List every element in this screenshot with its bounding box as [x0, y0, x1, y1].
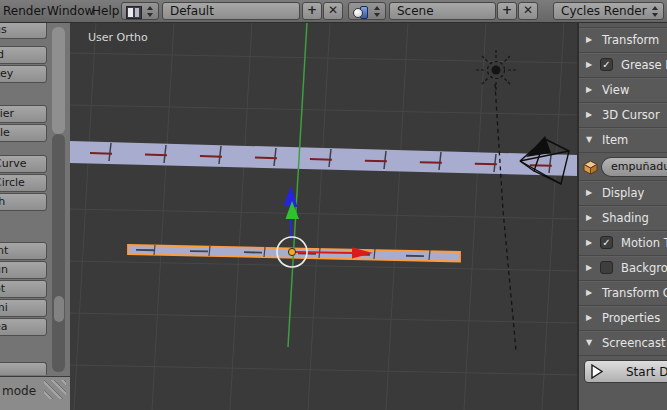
tool-button-bezier[interactable]: zier	[0, 105, 47, 123]
manipulator-x-axis[interactable]	[296, 252, 353, 253]
floor-grid	[70, 22, 578, 410]
object-name-field[interactable]: empuñadur	[601, 157, 667, 177]
menu-render[interactable]: Render	[3, 4, 46, 18]
add-layout-button[interactable]: +	[302, 2, 322, 20]
close-layout-button[interactable]: ✕	[323, 2, 343, 20]
panel-section-label: Transform	[602, 33, 659, 47]
shelf-scrollbar-thumb[interactable]	[54, 296, 64, 322]
panel-section-label: Motion Tra	[621, 236, 667, 250]
screen-layout-selector[interactable]	[121, 2, 159, 20]
scene-icon	[353, 6, 369, 18]
tool-button-spot-lamp[interactable]: ot	[0, 280, 47, 298]
properties-region: ▶ Transform ▶ ✓ Grease Pe ▶ View ▶ 3D Cu…	[577, 22, 667, 410]
tool-button-point-lamp[interactable]: int	[0, 242, 47, 260]
view-name-label: User Ortho	[88, 31, 148, 44]
shelf-scrollbar-track-top[interactable]	[52, 27, 65, 134]
blender-window: Render Window Help Default + ✕ Scene + ✕…	[0, 0, 667, 410]
disclosure-triangle-icon: ▼	[586, 338, 592, 347]
viewport-canvas[interactable]: User Ortho	[70, 22, 578, 410]
menu-help[interactable]: Help	[92, 4, 119, 18]
disclosure-triangle-icon: ▶	[586, 35, 592, 44]
panel-section-label: 3D Cursor	[602, 108, 660, 122]
panel-section-label: Transform Ori	[602, 286, 667, 300]
disclosure-triangle-icon: ▶	[586, 110, 592, 119]
tool-button-partial[interactable]	[0, 362, 47, 375]
disclosure-triangle-icon: ▶	[586, 238, 592, 247]
disclosure-triangle-icon: ▶	[586, 263, 592, 272]
shelf-scrollbar-track[interactable]	[52, 134, 65, 372]
panel-section-properties[interactable]: ▶ Properties	[579, 305, 667, 331]
panel-section-background-images[interactable]: ▶ Backgroun	[579, 255, 667, 281]
panel-section-transform-orientations[interactable]: ▶ Transform Ori	[579, 280, 667, 306]
checkbox[interactable]: ✓	[600, 58, 613, 71]
scene-name-field[interactable]: Scene	[389, 2, 496, 20]
tool-button-grid[interactable]: id	[0, 46, 47, 64]
panel-section-label: Item	[602, 133, 628, 147]
panel-section-view[interactable]: ▶ View	[579, 77, 667, 103]
object-origin-dot	[288, 248, 295, 255]
item-name-row: empuñadur	[579, 152, 667, 181]
top-header: Render Window Help Default + ✕ Scene + ✕…	[0, 0, 667, 23]
panel-section-label: Screencast Ke	[602, 336, 667, 350]
render-engine-dropdown[interactable]: Cycles Render	[553, 2, 664, 20]
tool-button-hemi-lamp[interactable]: mi	[0, 299, 47, 317]
panel-section-label: Display	[602, 186, 644, 200]
start-display-button[interactable]: Start D	[584, 360, 667, 383]
panel-section-label: View	[602, 83, 629, 97]
panel-section-grease-pencil[interactable]: ▶ ✓ Grease Pe	[579, 52, 667, 78]
panel-section-label: Shading	[602, 211, 649, 225]
viewport-scene	[70, 22, 578, 410]
viewport-header-strip: mode	[0, 376, 70, 410]
close-icon: ✕	[328, 3, 338, 17]
close-icon: ✕	[523, 3, 533, 17]
panel-section-label: Backgroun	[621, 261, 667, 275]
grid-green-axis	[288, 22, 307, 347]
tool-button-path[interactable]: th	[0, 193, 47, 211]
menu-window[interactable]: Window	[47, 4, 94, 18]
resize-grip-icon[interactable]	[44, 380, 66, 399]
disclosure-triangle-icon: ▶	[586, 188, 592, 197]
play-icon	[588, 363, 605, 380]
mode-dropdown[interactable]: mode	[2, 384, 36, 398]
disclosure-triangle-icon: ▼	[586, 135, 592, 144]
panel-section-label: Properties	[602, 311, 660, 325]
tool-button-nurbs-curve[interactable]: Curve	[0, 155, 47, 173]
mesh-cube-icon	[583, 160, 598, 175]
disclosure-triangle-icon: ▶	[586, 85, 592, 94]
panel-section-3d-cursor[interactable]: ▶ 3D Cursor	[579, 102, 667, 128]
panel-section-item[interactable]: ▼ Item	[579, 127, 667, 153]
updown-arrows-icon	[147, 6, 154, 17]
disclosure-triangle-icon: ▶	[586, 60, 592, 69]
panel-section-motion-tracking[interactable]: ▶ ✓ Motion Tra	[579, 230, 667, 256]
disclosure-triangle-icon: ▶	[586, 313, 592, 322]
disclosure-triangle-icon: ▶	[586, 213, 592, 222]
updown-arrows-icon	[374, 6, 381, 17]
tool-button-nurbs-circle[interactable]: Circle	[0, 174, 47, 192]
tool-button-monkey[interactable]: key	[0, 65, 47, 83]
screen-layout-icon	[126, 6, 142, 19]
tool-shelf: us id key zier cle Curve Circle th int u…	[0, 22, 70, 376]
checkbox[interactable]: ✓	[600, 236, 613, 249]
tool-button-area-lamp[interactable]: ea	[0, 318, 47, 336]
tool-button-torus[interactable]: us	[0, 23, 47, 39]
plus-icon: +	[307, 3, 317, 17]
plus-icon: +	[502, 3, 512, 17]
panel-section-shading[interactable]: ▶ Shading	[579, 205, 667, 231]
tool-button-sun-lamp[interactable]: un	[0, 261, 47, 279]
checkbox[interactable]	[600, 261, 613, 274]
screen-layout-name-field[interactable]: Default	[162, 2, 300, 20]
panel-section-label: Grease Pe	[621, 58, 667, 72]
close-scene-button[interactable]: ✕	[518, 2, 538, 20]
plank-object-long[interactable]	[70, 141, 578, 176]
panel-section-screencast-keys[interactable]: ▼ Screencast Ke	[579, 330, 667, 356]
scene-selector[interactable]	[348, 2, 386, 20]
disclosure-triangle-icon: ▶	[586, 288, 592, 297]
updown-arrows-icon	[652, 6, 659, 17]
tool-button-circle[interactable]: cle	[0, 124, 47, 142]
panel-section-transform[interactable]: ▶ Transform	[579, 27, 667, 53]
add-scene-button[interactable]: +	[497, 2, 517, 20]
screencast-keys-body: Start D	[579, 355, 667, 389]
panel-section-display[interactable]: ▶ Display	[579, 180, 667, 206]
